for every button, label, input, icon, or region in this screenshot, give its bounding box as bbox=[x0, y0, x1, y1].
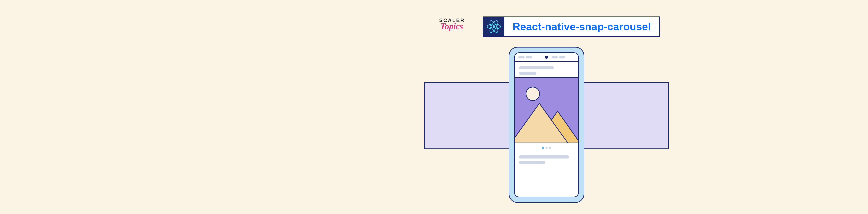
status-indicator bbox=[559, 56, 565, 59]
mountains-icon bbox=[515, 98, 578, 143]
react-logo-icon bbox=[484, 17, 504, 36]
title-banner: React-native-snap-carousel bbox=[483, 16, 660, 37]
placeholder-line bbox=[519, 161, 545, 164]
phone-screen bbox=[514, 52, 579, 198]
pagination-dot[interactable] bbox=[546, 147, 548, 149]
scaler-topics-logo: SCALER Topics bbox=[439, 17, 469, 31]
banner-title: React-native-snap-carousel bbox=[504, 17, 659, 36]
phone-frame bbox=[509, 47, 584, 203]
carousel-pagination bbox=[515, 143, 578, 150]
carousel-active-slide[interactable] bbox=[515, 77, 578, 143]
status-indicator bbox=[552, 56, 558, 59]
status-indicator bbox=[526, 56, 532, 59]
content-header bbox=[515, 62, 578, 77]
carousel-side-right[interactable] bbox=[584, 82, 669, 149]
pagination-dot[interactable] bbox=[542, 147, 544, 149]
image-placeholder bbox=[515, 78, 578, 143]
placeholder-line bbox=[519, 72, 536, 75]
camera-notch-icon bbox=[545, 56, 548, 59]
svg-point-0 bbox=[493, 25, 495, 28]
status-bar bbox=[515, 53, 578, 62]
carousel-side-left[interactable] bbox=[424, 82, 509, 149]
pagination-dot[interactable] bbox=[549, 147, 551, 149]
status-indicator bbox=[518, 56, 525, 59]
placeholder-line bbox=[519, 66, 554, 69]
placeholder-line bbox=[519, 155, 569, 158]
content-footer bbox=[515, 150, 578, 164]
